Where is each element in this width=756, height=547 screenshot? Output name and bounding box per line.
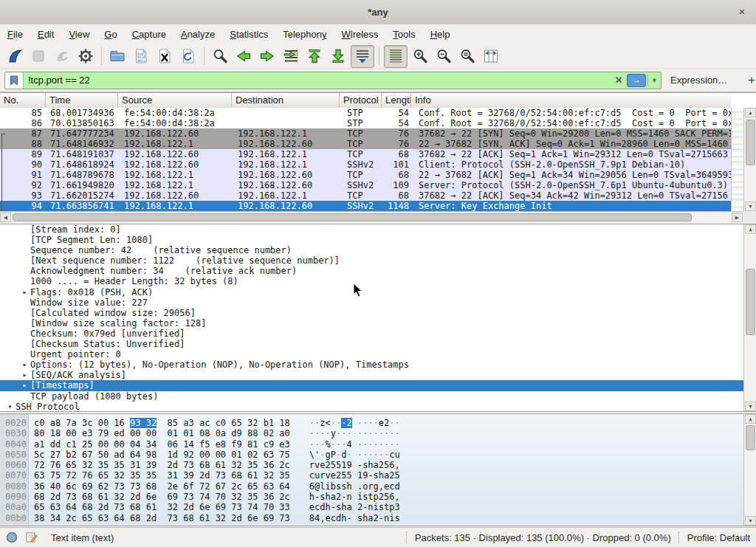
packet-row-87[interactable]: 8771.647777234192.168.122.60192.168.122.… bbox=[0, 128, 731, 139]
details-vscrollbar[interactable]: ▲ ▼ bbox=[743, 224, 756, 411]
detail-line[interactable]: Sequence number: 42 (relative sequence n… bbox=[0, 245, 756, 255]
detail-line[interactable]: Window size value: 227 bbox=[0, 297, 756, 308]
hex-row-0090[interactable]: 009068 2d 73 68 61 32 2d 6e 69 73 74 70 … bbox=[0, 492, 743, 502]
filter-history-dropdown[interactable]: ▼ bbox=[647, 75, 661, 86]
capture-comment-icon[interactable] bbox=[25, 531, 38, 543]
column-header-destination[interactable]: Destination bbox=[232, 93, 340, 108]
menu-tools[interactable]: Tools bbox=[385, 26, 422, 43]
detail-line[interactable]: [TCP Segment Len: 1080] bbox=[0, 235, 756, 245]
ascii-bytes[interactable]: ···%···4 ········ bbox=[290, 439, 400, 450]
detail-line[interactable]: [Calculated window size: 29056] bbox=[0, 308, 756, 318]
ascii-bytes[interactable]: h-sha2-n istp256, bbox=[290, 492, 400, 502]
scroll-left-button[interactable]: ◀ bbox=[0, 213, 11, 222]
hex-row-0070[interactable]: 007063 75 72 76 65 32 35 35 31 39 2d 73 … bbox=[0, 470, 743, 481]
zoom-in-button[interactable] bbox=[409, 46, 431, 67]
menu-statistics[interactable]: Statistics bbox=[222, 26, 275, 43]
ascii-bytes[interactable]: rve25519 -sha256, bbox=[290, 460, 400, 470]
menu-help[interactable]: Help bbox=[423, 26, 458, 43]
ascii-bytes[interactable]: ····y··· ········ bbox=[290, 428, 400, 438]
expert-info-icon[interactable] bbox=[6, 531, 18, 543]
detail-line[interactable]: TCP payload (1080 bytes) bbox=[0, 391, 756, 402]
hex-row-00b0[interactable]: 00b038 34 2c 65 63 64 68 2d 73 68 61 32 … bbox=[0, 513, 743, 523]
expander-closed-icon[interactable]: ▸ bbox=[19, 380, 30, 391]
zoom-out-button[interactable] bbox=[433, 46, 455, 67]
hex-bytes[interactable]: 72 76 65 32 35 35 31 39 2d 73 68 61 32 3… bbox=[28, 460, 290, 470]
start-capture-button[interactable] bbox=[4, 46, 26, 67]
menu-file[interactable]: File bbox=[0, 26, 30, 43]
hex-bytes[interactable]: 80 18 00 e3 79 ed 00 00 01 01 08 0a d9 8… bbox=[28, 428, 290, 438]
expander-closed-icon[interactable]: ▸ bbox=[19, 370, 30, 380]
packet-row-86[interactable]: 8670.013850163fe:54:00:d4:38:2aSTP54Conf… bbox=[0, 118, 731, 128]
ascii-bytes[interactable]: \'·gP·d· ······cu bbox=[290, 450, 400, 460]
add-filter-button[interactable]: + bbox=[742, 74, 756, 87]
go-first-button[interactable] bbox=[303, 46, 326, 67]
hex-dump-body[interactable]: 0020c0 a8 7a 3c 00 16 93 32 85 a3 ac c0 … bbox=[0, 418, 743, 523]
menu-capture[interactable]: Capture bbox=[125, 26, 173, 43]
ascii-bytes[interactable]: 84,ecdh- sha2-nis bbox=[290, 513, 400, 523]
detail-line[interactable]: [Window size scaling factor: 128] bbox=[0, 318, 756, 328]
intelligent-scrollbar-minimap[interactable] bbox=[731, 108, 744, 211]
title-bar[interactable]: *any × bbox=[0, 0, 756, 25]
ascii-bytes[interactable]: curve255 19-sha25 bbox=[290, 470, 400, 481]
menu-go[interactable]: Go bbox=[97, 26, 124, 43]
go-to-packet-button[interactable] bbox=[280, 46, 302, 67]
hex-bytes[interactable]: 65 63 64 68 2d 73 68 61 32 2d 6e 69 73 7… bbox=[28, 502, 290, 512]
go-last-button[interactable] bbox=[327, 46, 349, 67]
hex-row-0020[interactable]: 0020c0 a8 7a 3c 00 16 93 32 85 a3 ac c0 … bbox=[0, 418, 743, 428]
menu-wireless[interactable]: Wireless bbox=[334, 26, 386, 43]
detail-line[interactable]: Checksum: 0x79ed [unverified] bbox=[0, 328, 756, 339]
scrollbar-thumb[interactable] bbox=[13, 213, 692, 221]
column-header-no[interactable]: No. bbox=[0, 93, 46, 108]
hex-bytes[interactable]: 63 75 72 76 65 32 35 35 31 39 2d 73 68 6… bbox=[28, 470, 290, 481]
expander-closed-icon[interactable]: ▸ bbox=[19, 359, 30, 370]
display-filter-input[interactable] bbox=[24, 75, 611, 86]
close-file-button[interactable] bbox=[154, 46, 176, 67]
column-header-source[interactable]: Source bbox=[118, 93, 232, 108]
hex-bytes[interactable]: 5c 27 b2 67 50 ad 64 98 1d 92 00 00 01 0… bbox=[28, 450, 290, 460]
column-header-info[interactable]: Info bbox=[411, 93, 731, 108]
hex-bytes[interactable]: 36 40 6c 69 62 73 73 68 2e 6f 72 67 2c 6… bbox=[28, 481, 290, 492]
capture-options-button[interactable] bbox=[75, 46, 97, 67]
go-back-button[interactable] bbox=[233, 46, 255, 67]
hex-row-0040[interactable]: 0040a1 dd c1 25 00 00 04 34 06 14 f5 e8 … bbox=[0, 439, 743, 450]
scroll-down-button[interactable]: ▼ bbox=[745, 516, 756, 526]
hex-row-00a0[interactable]: 00a065 63 64 68 2d 73 68 61 32 2d 6e 69 … bbox=[0, 502, 743, 512]
find-packet-button[interactable] bbox=[209, 46, 231, 67]
hex-row-0060[interactable]: 006072 76 65 32 35 35 31 39 2d 73 68 61 … bbox=[0, 460, 743, 470]
detail-line[interactable]: Acknowledgment number: 34 (relative ack … bbox=[0, 266, 756, 276]
column-header-time[interactable]: Time bbox=[46, 93, 118, 108]
colorize-button[interactable] bbox=[384, 45, 408, 68]
scroll-up-button[interactable]: ▲ bbox=[745, 414, 756, 424]
profile-status[interactable]: Profile: Default bbox=[687, 532, 750, 543]
reload-file-button[interactable] bbox=[177, 46, 199, 67]
detail-line[interactable]: ▾SSH Protocol bbox=[0, 402, 756, 412]
column-header-length[interactable]: Length bbox=[382, 93, 411, 108]
packet-row-85[interactable]: 8568.001734936fe:54:00:d4:38:2aSTP54Conf… bbox=[0, 108, 731, 118]
hex-vscrollbar[interactable]: ▲ ▼ bbox=[743, 414, 756, 526]
hex-bytes[interactable]: a1 dd c1 25 00 00 04 34 06 14 f5 e8 f9 8… bbox=[28, 439, 290, 450]
scrollbar-thumb[interactable] bbox=[746, 425, 755, 450]
packet-row-89[interactable]: 8971.648191037192.168.122.60192.168.122.… bbox=[0, 149, 731, 159]
auto-scroll-button[interactable] bbox=[351, 45, 374, 68]
ascii-bytes[interactable]: 6@libssh .org,ecd bbox=[290, 481, 400, 492]
expression-button[interactable]: Expression… bbox=[670, 75, 727, 86]
hex-bytes[interactable]: 38 34 2c 65 63 64 68 2d 73 68 61 32 2d 6… bbox=[28, 513, 290, 523]
expander-closed-icon[interactable]: ▸ bbox=[19, 287, 30, 297]
detail-line[interactable]: ▸Flags: 0x018 (PSH, ACK) bbox=[0, 287, 756, 297]
packet-list-vscrollbar[interactable]: ▲ ▼ bbox=[743, 108, 756, 211]
zoom-original-button[interactable] bbox=[456, 46, 478, 67]
detail-line[interactable]: ▸Options: (12 bytes), No-Operation (NOP)… bbox=[0, 359, 756, 370]
detail-line[interactable]: 1000 .... = Header Length: 32 bytes (8) bbox=[0, 276, 756, 286]
scroll-right-button[interactable]: ▶ bbox=[732, 213, 743, 222]
ascii-bytes[interactable]: ··z<···2 ····e2·· bbox=[290, 418, 400, 428]
packet-row-91[interactable]: 9171.648789678192.168.122.1192.168.122.6… bbox=[0, 170, 731, 180]
filter-apply-button[interactable]: → bbox=[627, 74, 646, 87]
menu-analyze[interactable]: Analyze bbox=[173, 26, 222, 43]
hex-bytes[interactable]: c0 a8 7a 3c 00 16 93 32 85 a3 ac c0 65 3… bbox=[28, 418, 290, 428]
open-file-button[interactable] bbox=[106, 46, 128, 67]
detail-line[interactable]: ▸[Timestamps] bbox=[0, 380, 756, 391]
scrollbar-thumb[interactable] bbox=[746, 269, 755, 335]
detail-line[interactable]: Urgent pointer: 0 bbox=[0, 349, 756, 359]
detail-line[interactable]: [Checksum Status: Unverified] bbox=[0, 339, 756, 349]
packet-row-93[interactable]: 9371.662015274192.168.122.60192.168.122.… bbox=[0, 190, 731, 201]
